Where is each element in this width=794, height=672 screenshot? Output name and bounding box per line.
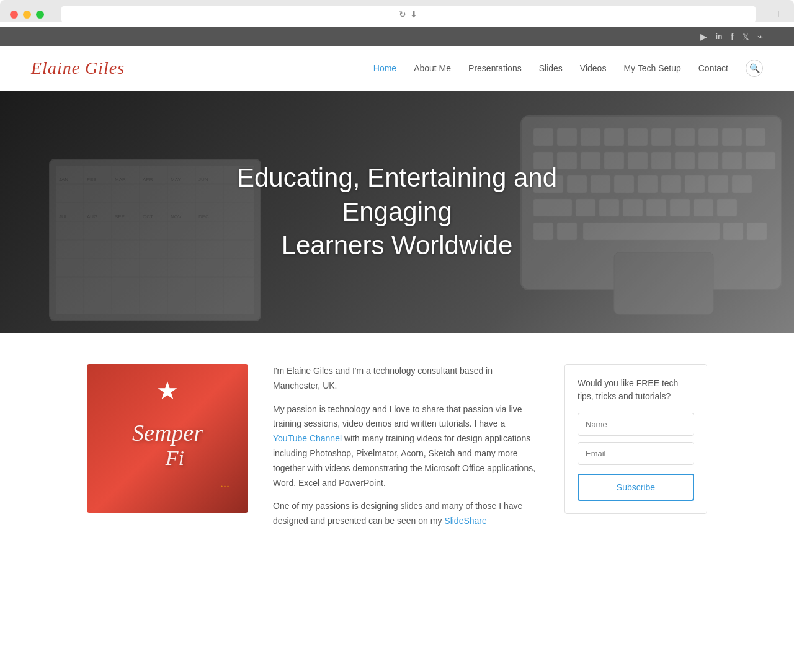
hero-content: Educating, Entertaining and Engaging Lea… [155,161,639,263]
subscribe-title: Would you like FREE tech tips, tricks an… [578,377,694,403]
svg-rect-1 [533,128,553,146]
svg-rect-9 [722,128,742,146]
nav-home[interactable]: Home [373,63,396,73]
browser-titlebar: ↻ ⬇ + [10,6,784,22]
nav-about[interactable]: About Me [414,63,451,73]
svg-rect-16 [651,152,671,169]
svg-text:FEB: FEB [87,177,97,182]
svg-text:APR: APR [143,177,153,182]
youtube-channel-link[interactable]: YouTube Channel [273,433,342,443]
search-button[interactable]: 🔍 [746,60,763,77]
nav-slides[interactable]: Slides [539,63,563,73]
svg-text:OCT: OCT [143,214,153,219]
svg-rect-8 [698,128,718,146]
bio-section: I'm Elaine Giles and I'm a technology co… [273,364,540,537]
svg-rect-2 [557,128,577,146]
hero-section: JAN FEB MAR APR MAY JUN JUL AUG SEP OCT … [0,91,794,333]
twitter-icon[interactable]: 𝕏 [743,32,749,42]
social-bar: ▶ in f 𝕏 ⌁ [0,27,794,46]
nav-presentations[interactable]: Presentations [468,63,522,73]
svg-rect-20 [746,152,775,169]
rss-icon[interactable]: ⌁ [757,31,763,42]
facebook-icon[interactable]: f [731,32,734,42]
nav-videos[interactable]: Videos [580,63,607,73]
svg-rect-5 [628,128,648,146]
svg-rect-19 [722,152,742,169]
svg-rect-26 [661,175,681,193]
svg-rect-35 [670,199,690,216]
subscribe-button[interactable]: Subscribe [578,474,694,501]
svg-text:JUL: JUL [59,214,68,219]
main-content: ★ Semper Fi ··· I'm Elaine Giles and I'm… [56,333,738,568]
address-bar[interactable]: ↻ ⬇ [61,6,756,22]
site-nav: Home About Me Presentations Slides Video… [373,60,763,77]
hero-title: Educating, Entertaining and Engaging Lea… [180,161,614,263]
star-decoration: ★ [156,376,179,405]
svg-text:AUG: AUG [87,214,97,219]
svg-text:MAR: MAR [115,177,126,182]
svg-rect-7 [675,128,695,146]
nav-contact[interactable]: Contact [698,63,728,73]
email-input[interactable] [578,442,694,465]
svg-rect-18 [698,152,718,169]
refresh-icon[interactable]: ↻ [399,9,406,20]
svg-rect-29 [732,175,752,193]
linkedin-icon[interactable]: in [716,32,723,41]
page-wrapper: ▶ in f 𝕏 ⌁ Elaine Giles Home About Me Pr… [0,27,794,622]
site-header: Elaine Giles Home About Me Presentations… [0,46,794,91]
bio-para3: One of my passions is designing slides a… [273,499,540,529]
svg-rect-36 [694,199,713,216]
svg-rect-3 [581,128,600,146]
name-input[interactable] [578,413,694,436]
nav-tech-setup[interactable]: My Tech Setup [623,63,680,73]
svg-rect-41 [723,223,743,240]
subscribe-box: Would you like FREE tech tips, tricks an… [564,364,707,514]
svg-rect-25 [638,175,658,193]
bio-para1: I'm Elaine Giles and I'm a technology co… [273,364,540,394]
svg-rect-28 [708,175,728,193]
svg-rect-42 [747,223,767,240]
new-tab-button[interactable]: + [773,8,784,21]
svg-rect-17 [675,152,695,169]
svg-rect-4 [604,128,624,146]
decorative-dots: ··· [220,480,230,494]
minimize-button[interactable] [23,11,31,19]
semper-fi-text: Semper Fi [132,419,203,470]
site-logo[interactable]: Elaine Giles [31,58,125,78]
svg-text:SEP: SEP [115,214,125,219]
svg-rect-37 [717,199,737,216]
svg-rect-6 [651,128,671,146]
download-icon[interactable]: ⬇ [410,9,417,20]
svg-rect-10 [746,128,765,146]
profile-image: ★ Semper Fi ··· [87,364,248,513]
close-button[interactable] [10,11,18,19]
browser-chrome: ↻ ⬇ + [0,0,794,22]
maximize-button[interactable] [36,11,44,19]
bio-para2: My passion is technology and I love to s… [273,402,540,491]
svg-text:JAN: JAN [59,177,68,182]
youtube-icon[interactable]: ▶ [700,32,707,42]
slideshare-link[interactable]: SlideShare [444,516,487,526]
svg-rect-34 [646,199,666,216]
svg-rect-27 [685,175,705,193]
